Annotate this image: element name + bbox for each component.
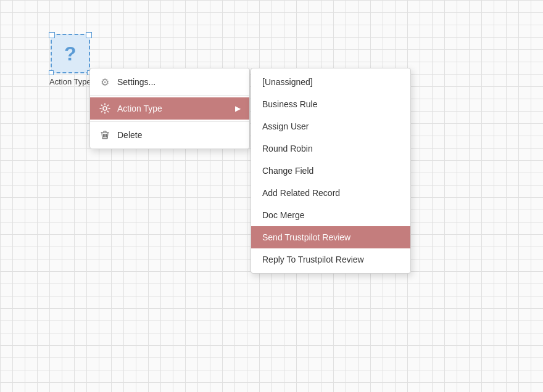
submenu-item-business-rule[interactable]: Business Rule <box>251 93 410 115</box>
submenu: [Unassigned] Business Rule Assign User R… <box>251 68 411 274</box>
submenu-item-send-trustpilot-label: Send Trustpilot Review <box>262 232 350 242</box>
submenu-item-add-related-record-label: Add Related Record <box>262 188 340 198</box>
submenu-item-round-robin-label: Round Robin <box>262 144 313 153</box>
submenu-item-business-rule-label: Business Rule <box>262 99 318 109</box>
submenu-item-assign-user-label: Assign User <box>262 121 309 131</box>
menu-item-settings-label: Settings... <box>117 77 155 87</box>
menu-item-settings[interactable]: ⚙ Settings... <box>90 71 249 93</box>
submenu-item-reply-trustpilot-label: Reply To Trustpilot Review <box>262 255 364 264</box>
submenu-item-doc-merge-label: Doc Merge <box>262 210 304 220</box>
submenu-item-reply-trustpilot[interactable]: Reply To Trustpilot Review <box>251 248 410 271</box>
node-handle-bl <box>49 70 54 75</box>
menu-separator-2 <box>90 121 249 122</box>
gear-icon: ⚙ <box>99 76 111 88</box>
submenu-item-change-field-label: Change Field <box>262 166 313 176</box>
submenu-item-change-field[interactable]: Change Field <box>251 160 410 182</box>
node-label: Action Type <box>49 77 91 86</box>
menu-item-action-type[interactable]: Action Type ▶ <box>90 97 249 120</box>
submenu-item-round-robin[interactable]: Round Robin <box>251 137 410 160</box>
submenu-item-unassigned[interactable]: [Unassigned] <box>251 71 410 93</box>
submenu-item-assign-user[interactable]: Assign User <box>251 115 410 137</box>
svg-rect-1 <box>103 134 104 137</box>
submenu-item-send-trustpilot[interactable]: Send Trustpilot Review <box>251 226 410 248</box>
menu-item-action-type-label: Action Type <box>117 104 162 113</box>
svg-rect-2 <box>104 134 106 137</box>
action-type-icon <box>99 102 111 115</box>
submenu-item-unassigned-label: [Unassigned] <box>262 77 313 87</box>
action-node: ? Action Type <box>49 34 91 86</box>
trash-icon <box>99 129 111 141</box>
submenu-item-add-related-record[interactable]: Add Related Record <box>251 182 410 204</box>
menu-item-delete[interactable]: Delete <box>90 124 249 146</box>
submenu-chevron: ▶ <box>235 104 241 113</box>
node-question-mark: ? <box>64 43 77 65</box>
menu-item-delete-label: Delete <box>117 130 142 140</box>
svg-point-0 <box>103 107 107 110</box>
context-menu: ⚙ Settings... Action Type ▶ Delete <box>89 68 250 149</box>
menu-separator <box>90 95 249 96</box>
svg-rect-3 <box>106 134 107 137</box>
node-box[interactable]: ? <box>51 34 90 73</box>
submenu-item-doc-merge[interactable]: Doc Merge <box>251 204 410 226</box>
